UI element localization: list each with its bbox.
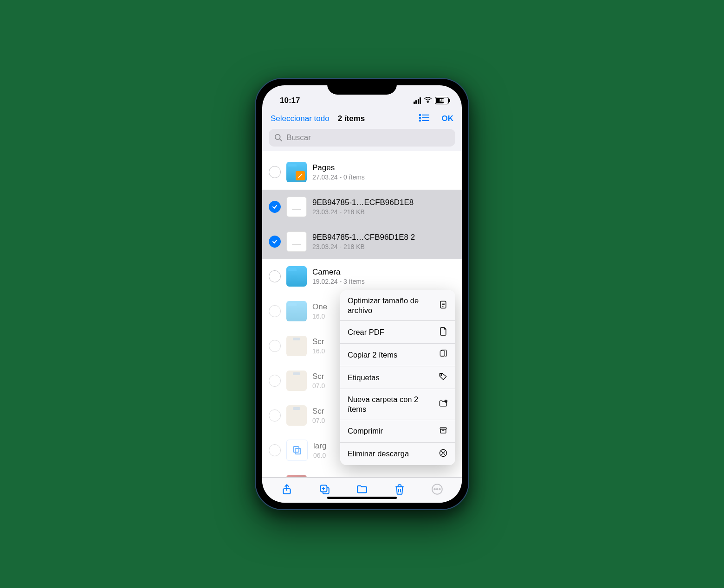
- share-icon: [281, 483, 293, 495]
- screen: 10:17 58: [262, 85, 462, 503]
- file-row[interactable]: 9EB94785-1…ECFB96D1E823.03.24 - 218 KB: [262, 190, 462, 224]
- duplicate-icon: [318, 483, 330, 495]
- selection-checkbox[interactable]: [269, 270, 281, 282]
- menu-item-label: Crear PDF: [348, 327, 433, 337]
- svg-point-0: [427, 102, 428, 102]
- selection-checkbox[interactable]: [269, 409, 281, 422]
- folder-icon: [286, 301, 307, 321]
- tag-icon: [439, 372, 448, 383]
- phone-notch: [327, 79, 397, 95]
- menu-item-archive[interactable]: Comprimir: [340, 420, 455, 443]
- menu-item-copy[interactable]: Copiar 2 ítems: [340, 344, 455, 366]
- menu-item-label: Eliminar descarga: [348, 449, 433, 459]
- selection-checkbox[interactable]: [269, 375, 281, 387]
- file-row[interactable]: larg: [262, 468, 462, 477]
- file-text: 9EB94785-1…CFB96D1E8 223.03.24 - 218 KB: [312, 233, 455, 250]
- remove-download-icon: [439, 448, 448, 460]
- photo-thumbnail-icon: [286, 475, 307, 477]
- search-input[interactable]: Buscar: [269, 129, 455, 147]
- select-all-button[interactable]: Seleccionar todo: [271, 114, 330, 123]
- svg-rect-10: [295, 448, 301, 454]
- compress-file-icon: [439, 300, 448, 311]
- folder-icon: [286, 266, 307, 287]
- ok-button[interactable]: OK: [442, 114, 454, 123]
- menu-item-tag[interactable]: Etiquetas: [340, 366, 455, 389]
- context-menu: Optimizar tamaño de archivoCrear PDFCopi…: [340, 290, 455, 465]
- document-icon: [286, 231, 307, 252]
- selection-checkbox[interactable]: [269, 166, 281, 178]
- image-thumbnail-icon: [286, 405, 307, 426]
- menu-item-label: Etiquetas: [348, 373, 433, 383]
- file-text: Camera19.02.24 - 3 ítems: [312, 268, 455, 285]
- file-meta: 27.03.24 - 0 ítems: [312, 173, 455, 181]
- battery-icon: 58: [435, 97, 449, 104]
- move-button[interactable]: [356, 483, 368, 497]
- share-button[interactable]: [281, 483, 293, 497]
- document-icon: [286, 197, 307, 217]
- selection-checkbox[interactable]: [269, 444, 281, 456]
- menu-item-new-folder[interactable]: Nueva carpeta con 2 ítems: [340, 389, 455, 420]
- svg-point-5: [419, 120, 420, 121]
- duplicate-button[interactable]: [318, 483, 330, 497]
- wifi-icon: [424, 96, 432, 105]
- svg-rect-12: [440, 351, 445, 357]
- status-time: 10:17: [280, 96, 300, 105]
- svg-point-1: [419, 115, 420, 115]
- menu-item-compress-file[interactable]: Optimizar tamaño de archivo: [340, 290, 455, 321]
- svg-rect-16: [440, 429, 446, 433]
- svg-point-7: [275, 134, 280, 140]
- selection-checkbox[interactable]: [269, 305, 281, 317]
- file-row[interactable]: Pages27.03.24 - 0 ítems: [262, 155, 462, 190]
- menu-item-label: Copiar 2 ítems: [348, 350, 433, 360]
- image-thumbnail-icon: [286, 336, 307, 356]
- file-text: Pages27.03.24 - 0 ítems: [312, 163, 455, 181]
- menu-item-label: Nueva carpeta con 2 ítems: [348, 395, 433, 414]
- new-folder-icon: [439, 399, 448, 410]
- file-name: 9EB94785-1…ECFB96D1E8: [312, 198, 455, 207]
- selection-checkbox[interactable]: [269, 340, 281, 352]
- folder-icon: [286, 162, 307, 182]
- file-name: 9EB94785-1…CFB96D1E8 2: [312, 233, 455, 242]
- status-right: 58: [414, 96, 449, 105]
- file-name: Camera: [312, 268, 455, 277]
- search-placeholder: Buscar: [286, 133, 311, 142]
- file-text: 9EB94785-1…ECFB96D1E823.03.24 - 218 KB: [312, 198, 455, 216]
- cellular-signal-icon: [414, 97, 421, 104]
- menu-item-pdf[interactable]: Crear PDF: [340, 321, 455, 344]
- svg-point-3: [419, 117, 420, 118]
- menu-item-label: Comprimir: [348, 426, 433, 436]
- nav-title: 2 ítems: [338, 114, 365, 123]
- selection-checkbox[interactable]: [269, 236, 281, 248]
- nav-bar: Seleccionar todo 2 ítems OK: [262, 109, 462, 129]
- menu-item-remove-download[interactable]: Eliminar descarga: [340, 443, 455, 465]
- svg-point-22: [437, 489, 438, 490]
- more-button[interactable]: [431, 483, 443, 497]
- svg-point-23: [439, 489, 440, 490]
- delete-button[interactable]: [394, 483, 406, 497]
- more-icon: [431, 483, 443, 495]
- file-list[interactable]: Pages27.03.24 - 0 ítems9EB94785-1…ECFB96…: [262, 151, 462, 477]
- trash-icon: [394, 483, 406, 495]
- selection-checkbox[interactable]: [269, 201, 281, 213]
- archive-icon: [439, 426, 448, 437]
- menu-item-label: Optimizar tamaño de archivo: [348, 296, 433, 315]
- svg-rect-9: [293, 447, 299, 452]
- duplicate-file-icon: [286, 440, 308, 461]
- copy-icon: [439, 349, 448, 360]
- file-row[interactable]: 9EB94785-1…CFB96D1E8 223.03.24 - 218 KB: [262, 224, 462, 259]
- search-icon: [274, 134, 283, 142]
- list-view-icon[interactable]: [419, 113, 430, 124]
- file-meta: 23.03.24 - 218 KB: [312, 208, 455, 216]
- file-meta: 23.03.24 - 218 KB: [312, 243, 455, 250]
- phone-frame: 10:17 58: [255, 78, 469, 510]
- svg-line-8: [280, 139, 282, 141]
- image-thumbnail-icon: [286, 371, 307, 391]
- pdf-icon: [439, 326, 448, 338]
- file-meta: 19.02.24 - 3 ítems: [312, 278, 455, 285]
- svg-point-13: [441, 375, 442, 376]
- file-row[interactable]: Camera19.02.24 - 3 ítems: [262, 259, 462, 294]
- folder-move-icon: [356, 483, 368, 495]
- home-indicator[interactable]: [327, 497, 397, 499]
- file-name: Pages: [312, 163, 455, 173]
- svg-point-21: [434, 489, 436, 490]
